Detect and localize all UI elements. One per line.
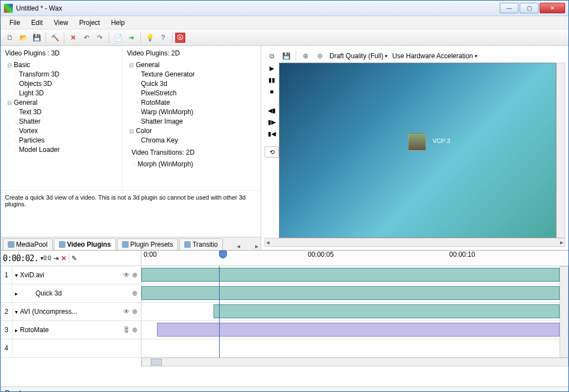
menu-view[interactable]: View — [49, 17, 73, 28]
timeline-row[interactable]: 4 — [1, 339, 141, 358]
preview-scrollbar-h[interactable]: ◂▸ — [265, 238, 565, 247]
menu-edit[interactable]: Edit — [27, 17, 47, 28]
tree-toggle-icon[interactable] — [7, 99, 14, 106]
record-icon[interactable]: ⦿ — [175, 33, 185, 43]
tree-toggle-icon[interactable] — [7, 61, 14, 69]
tree-leaf[interactable]: Shatter Image — [141, 118, 182, 125]
step-back-icon[interactable]: ◀▮ — [268, 107, 276, 114]
timeline-scrollbar-v[interactable] — [560, 266, 568, 358]
clip[interactable] — [214, 304, 560, 318]
new-icon[interactable]: 🗋 — [4, 32, 16, 44]
delete-icon[interactable]: ✕ — [67, 32, 79, 44]
timeline-tools: 0:00:02. ▾0:0 ⇥ ✕ ✎ — [1, 251, 141, 266]
preview-scrollbar-v[interactable] — [556, 63, 565, 238]
timeline-tracks[interactable] — [141, 266, 560, 358]
maximize-button[interactable]: ▢ — [520, 3, 538, 13]
help-icon[interactable]: ? — [157, 32, 169, 44]
settings-icon[interactable]: 🎛 — [123, 326, 130, 334]
zoom-in-icon[interactable]: ⊕ — [301, 51, 311, 61]
tree-leaf[interactable]: PixelStretch — [141, 89, 176, 97]
clip[interactable] — [157, 323, 560, 337]
tree-leaf[interactable]: Shatter — [19, 118, 40, 125]
hammer-icon[interactable]: 🔨 — [49, 32, 61, 44]
tree-leaf[interactable]: RotoMate — [141, 99, 170, 106]
remove-icon[interactable]: ⊗ — [132, 308, 138, 315]
timeline-ruler[interactable]: 0:00 00:00:05 00:00:10 — [141, 251, 568, 266]
tree-leaf[interactable]: Quick 3d — [141, 80, 167, 88]
expand-icon[interactable] — [13, 291, 20, 297]
timeline-row[interactable]: 1 XviD.avi 👁⊗ — [1, 266, 141, 284]
play-icon[interactable]: ▶ — [270, 65, 274, 72]
tree-node-general[interactable]: General — [136, 61, 160, 69]
open-icon[interactable]: 📂 — [17, 32, 29, 44]
play-icon[interactable]: ➔ — [125, 32, 138, 44]
tree-leaf[interactable]: Warp (WinMorph) — [141, 108, 193, 116]
undo-icon[interactable] — [80, 32, 93, 44]
save-icon[interactable]: 💾 — [31, 32, 43, 44]
bulb-icon[interactable]: 💡 — [144, 32, 156, 44]
timeline-scrollbar-h[interactable] — [141, 358, 568, 366]
preview-viewport[interactable]: VCP 3 — [279, 63, 556, 238]
tab-scroll-left-icon[interactable]: ◂ — [235, 242, 242, 250]
export-icon[interactable]: 📄 — [112, 32, 124, 44]
copy-icon[interactable]: ⧉ — [267, 51, 277, 61]
tree-node-general[interactable]: General — [14, 99, 38, 106]
tree-leaf[interactable]: Transform 3D — [19, 70, 59, 78]
save-frame-icon[interactable]: 💾 — [281, 51, 291, 61]
tool-insert-icon[interactable]: ⇥ — [53, 254, 59, 262]
tree-toggle-icon[interactable] — [129, 61, 136, 69]
tree-leaf[interactable]: Chroma Key — [141, 136, 178, 144]
tree-node-color[interactable]: Color — [136, 127, 152, 135]
tree-leaf[interactable]: Vortex — [19, 127, 38, 135]
tree-leaf[interactable]: Morph (WinMorph) — [138, 160, 193, 168]
plugins-3d-tree[interactable]: Basic Transform 3D Objects 3D Light 3D G… — [5, 60, 118, 155]
step-forward-icon[interactable]: ▮▶ — [268, 119, 276, 126]
remove-icon[interactable]: ⊗ — [132, 289, 138, 297]
remove-icon[interactable]: ⊗ — [132, 326, 138, 334]
tab-scroll-right-icon[interactable]: ▸ — [253, 242, 261, 250]
stop-icon[interactable]: ■ — [270, 88, 274, 95]
tree-leaf[interactable]: Texture Generator — [141, 70, 195, 78]
zoom-out-icon[interactable]: ⊖ — [315, 51, 325, 61]
clip[interactable] — [141, 286, 560, 300]
timeline-row[interactable]: 3 RotoMate 🎛⊗ — [1, 321, 141, 339]
timeline-row[interactable]: 2 AVI (Uncompress... 👁⊗ — [1, 303, 141, 321]
status-text: Ready — [5, 389, 24, 393]
tab-plugin-presets[interactable]: Plugin Presets — [117, 238, 178, 250]
minimize-button[interactable]: — — [500, 3, 519, 13]
transitions-tree[interactable]: Morph (WinMorph) — [131, 160, 252, 169]
tab-video-plugins[interactable]: Video Plugins — [54, 238, 116, 250]
tree-leaf[interactable]: Text 3D — [19, 108, 42, 116]
remove-icon[interactable]: ⊗ — [132, 271, 138, 279]
menu-file[interactable]: File — [5, 17, 24, 28]
tree-node-basic[interactable]: Basic — [14, 61, 30, 69]
tree-leaf[interactable]: Objects 3D — [19, 80, 52, 88]
tree-toggle-icon[interactable] — [129, 127, 136, 135]
clip[interactable] — [141, 268, 560, 282]
eye-icon[interactable]: 👁 — [123, 308, 130, 315]
plugins-2d-tree[interactable]: General Texture Generator Quick 3d Pixel… — [127, 60, 256, 145]
pause-icon[interactable]: ▮▮ — [268, 77, 275, 84]
menu-project[interactable]: Project — [75, 17, 104, 28]
expand-icon[interactable] — [13, 272, 20, 278]
quality-dropdown[interactable]: Draft Quality (Full) — [329, 52, 388, 60]
tree-leaf[interactable]: Light 3D — [19, 89, 44, 97]
goto-start-icon[interactable]: ▮◀ — [268, 130, 276, 138]
tree-leaf[interactable]: Model Loader — [19, 146, 59, 154]
playhead-icon[interactable] — [219, 251, 227, 258]
tool-delete-icon[interactable]: ✕ — [61, 254, 67, 262]
tool-edit-icon[interactable]: ✎ — [72, 254, 77, 262]
loop-icon[interactable]: ⟲ — [265, 146, 279, 157]
tree-leaf[interactable]: Particles — [19, 136, 44, 144]
plugins-2d-heading: Video Plugins: 2D — [127, 49, 256, 57]
menu-help[interactable]: Help — [106, 17, 129, 28]
close-button[interactable]: ✕ — [540, 3, 565, 13]
expand-icon[interactable] — [13, 309, 20, 315]
redo-icon[interactable] — [94, 32, 106, 44]
hardware-accel-dropdown[interactable]: Use Hardware Acceleration — [392, 52, 477, 60]
tab-transitions[interactable]: Transitio — [179, 238, 223, 250]
eye-icon[interactable]: 👁 — [123, 271, 130, 279]
timeline-row[interactable]: Quick 3d ⊗ — [1, 284, 141, 303]
expand-icon[interactable] — [13, 327, 20, 333]
tab-mediapool[interactable]: MediaPool — [3, 238, 53, 250]
